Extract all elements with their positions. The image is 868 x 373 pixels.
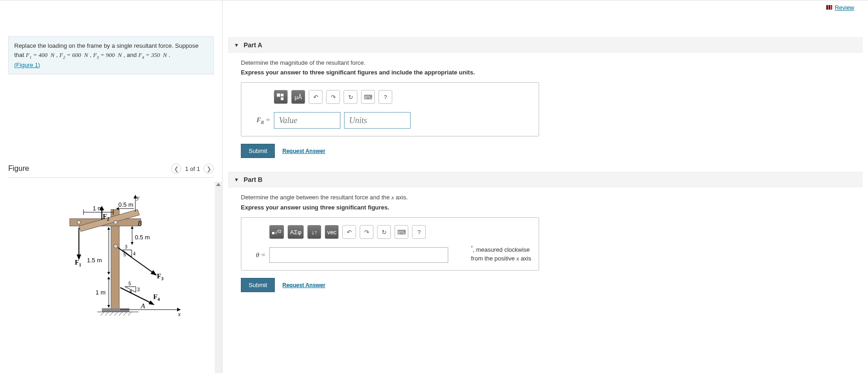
help-button[interactable]: ? [378,90,392,104]
caret-down-icon: ▼ [234,177,239,182]
theta-label: θ = [249,251,269,259]
greek-button[interactable]: ΑΣφ [288,225,304,239]
force-f3-label: F3 [157,272,163,281]
figure-svg: y x B A 1 m 0.5 m 0.5 m 1.5 m [33,186,189,320]
vec-button[interactable]: vec [325,225,339,239]
part-a-header[interactable]: ▼ Part A [228,37,862,53]
force-f1-label: F1 [75,259,81,267]
caret-down-icon: ▼ [234,42,239,48]
mu-a-button[interactable]: μÅ [291,90,305,104]
svg-marker-32 [107,305,110,308]
reset-button-b[interactable]: ↻ [377,225,391,239]
templates-button-b[interactable]: √ [269,225,284,239]
svg-rect-41 [277,94,280,96]
axis-y-label: y [136,194,139,201]
svg-rect-42 [281,94,284,96]
units-input[interactable] [344,112,411,129]
svg-point-3 [77,220,81,224]
submit-button-b[interactable]: Submit [241,278,275,292]
point-b-label: B [138,220,142,227]
svg-text:√: √ [275,230,278,235]
f1-val: F1 = 400 N [26,51,54,58]
slope-t3: 3 [137,287,140,292]
figure-next-button[interactable]: ❯ [204,164,214,174]
svg-rect-44 [272,232,274,234]
review-label: Review [835,4,854,11]
f2-val: F2 = 600 N [60,51,88,58]
svg-marker-40 [149,300,155,305]
svg-marker-29 [107,272,110,275]
svg-line-13 [123,312,127,316]
svg-rect-43 [281,97,284,100]
fr-label: FR = [249,116,274,125]
svg-line-14 [128,312,132,316]
svg-marker-38 [150,270,157,276]
svg-marker-31 [107,277,110,279]
help-button-b[interactable]: ? [412,225,426,239]
figure-prev-button[interactable]: ❮ [171,164,181,174]
part-b-instruction: Express your answer using three signific… [241,204,862,211]
submit-button-a[interactable]: Submit [241,144,275,158]
sort-button[interactable]: ↓↑ [307,225,321,239]
part-b-suffix: °, measured clockwise from the positive … [471,245,531,263]
svg-line-11 [114,312,118,316]
slope-5: 5 [123,252,126,257]
dim-05m-b: 0.5 m [135,234,150,241]
redo-button[interactable]: ↷ [326,90,340,104]
value-input[interactable] [274,112,340,129]
redo-button-b[interactable]: ↷ [360,225,373,239]
svg-line-9 [105,312,109,316]
slope-4: 4 [133,251,136,256]
f4-val: F4 = 350 N [138,51,167,58]
part-b-prompt: Determine the angle between the resultan… [241,194,862,201]
request-answer-b[interactable]: Request Answer [282,282,325,288]
svg-rect-6 [102,308,129,312]
svg-line-39 [120,288,152,304]
svg-point-4 [114,220,117,224]
problem-statement: Replace the loading on the frame by a si… [8,36,214,74]
svg-marker-25 [131,226,134,229]
part-a-prompt: Determine the magnitude of the resultant… [241,59,862,66]
reset-button[interactable]: ↻ [344,90,357,104]
dim-05m-a: 0.5 m [118,201,134,208]
svg-line-12 [119,312,122,316]
point-a-label: A [140,302,145,310]
review-link[interactable]: Review [826,4,854,11]
keyboard-button[interactable]: ⌨ [361,90,375,104]
keyboard-button-b[interactable]: ⌨ [395,225,408,239]
svg-marker-26 [131,242,134,245]
figure-scrollbar[interactable] [215,182,222,373]
part-b-header[interactable]: ▼ Part B [228,172,862,187]
review-icon [826,5,833,10]
dim-1m-b: 1 m [95,289,106,296]
undo-button-b[interactable]: ↶ [342,225,356,239]
part-a-title: Part A [244,41,262,49]
part-a-answer-box: μÅ ↶ ↷ ↻ ⌨ ? FR = [241,82,539,136]
slope-3: 3 [125,244,128,249]
undo-button[interactable]: ↶ [309,90,323,104]
force-f4-label: F4 [153,293,160,302]
figure-title: Figure [8,164,29,173]
svg-rect-46 [278,230,281,232]
slope-t5: 5 [128,281,131,286]
part-b-title: Part B [244,176,262,183]
part-a-instruction: Express your answer to three significant… [241,69,862,76]
figure-area: y x B A 1 m 0.5 m 0.5 m 1.5 m [0,182,222,373]
slope-t4: 4 [129,289,132,294]
svg-line-37 [118,248,155,274]
svg-point-5 [114,244,117,248]
axis-x-label: x [178,311,181,317]
dim-15m: 1.5 m [87,257,102,264]
svg-marker-28 [107,227,110,230]
figure-link[interactable]: (Figure 1) [14,62,40,68]
theta-input[interactable] [269,247,448,263]
svg-line-10 [110,312,113,316]
request-answer-a[interactable]: Request Answer [282,148,325,154]
figure-count: 1 of 1 [185,165,200,172]
svg-line-8 [100,312,104,316]
templates-button[interactable] [274,90,288,104]
f3-val: F3 = 900 N [93,51,122,58]
part-b-answer-box: √ ΑΣφ ↓↑ vec ↶ ↷ ↻ ⌨ ? θ = [241,217,539,271]
